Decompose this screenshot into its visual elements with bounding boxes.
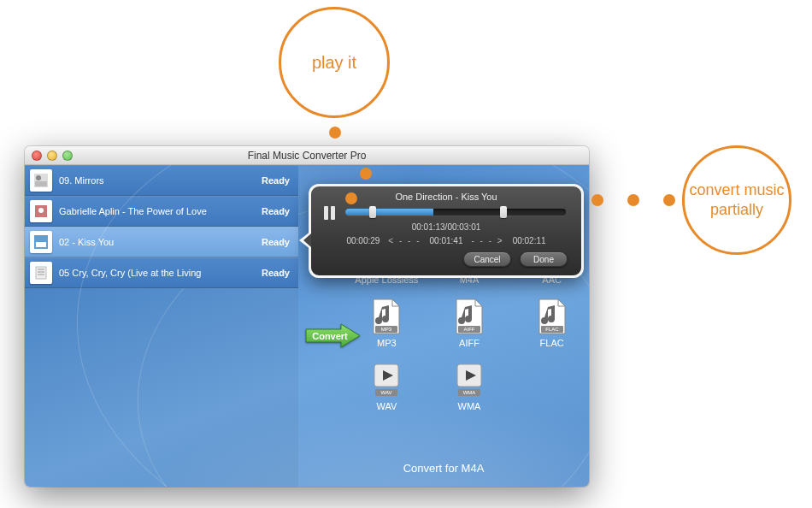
annotation-dot: [591, 194, 603, 206]
file-play-icon: WAV: [370, 362, 403, 398]
arrows-right: - - - >: [471, 236, 503, 245]
format-wav[interactable]: WAV WAV: [345, 362, 428, 411]
svg-rect-3: [35, 181, 47, 186]
format-empty: [510, 362, 589, 411]
svg-text:FLAC: FLAC: [545, 327, 559, 332]
format-label: WAV: [376, 401, 397, 411]
format-flac[interactable]: FLAC FLAC: [510, 298, 589, 348]
done-label: Done: [533, 255, 554, 264]
annotation-partial: convert music partially: [682, 145, 791, 255]
popover-buttons: Cancel Done: [463, 251, 568, 267]
track-thumb: [30, 169, 52, 192]
cancel-button[interactable]: Cancel: [463, 251, 511, 267]
track-title: Gabrielle Aplin - The Power of Love: [59, 206, 262, 216]
svg-point-6: [38, 208, 44, 213]
annotation-dot: [329, 127, 341, 139]
progress-fill: [345, 209, 433, 216]
app-window: Final Music Converter Pro 09. Mirrors Re…: [25, 146, 589, 487]
window-body: 09. Mirrors Ready Gabrielle Aplin - The …: [25, 165, 589, 487]
track-row[interactable]: 05 Cry, Cry, Cry (Live at the Living Rea…: [25, 257, 298, 288]
svg-text:MP3: MP3: [381, 327, 392, 332]
svg-text:WMA: WMA: [463, 390, 476, 395]
annotation-dot: [345, 192, 357, 204]
file-audio-icon: AIFF: [453, 298, 485, 334]
range-start-time: 00:00:29: [346, 236, 380, 245]
convert-label: Convert: [312, 331, 348, 341]
track-title: 09. Mirrors: [59, 175, 262, 186]
format-mp3[interactable]: MP3 MP3: [345, 298, 428, 348]
format-label: AIFF: [459, 338, 480, 348]
track-title: 02 - Kiss You: [59, 237, 262, 247]
done-button[interactable]: Done: [520, 251, 568, 267]
svg-rect-11: [36, 267, 46, 279]
pause-icon: [331, 206, 335, 220]
format-wma[interactable]: WMA WMA: [428, 362, 511, 411]
track-status: Ready: [262, 237, 290, 247]
elapsed-total: 00:01:13/00:03:01: [311, 222, 581, 232]
track-thumb: [30, 231, 52, 253]
cancel-label: Cancel: [474, 255, 500, 264]
file-play-icon: WMA: [453, 362, 485, 398]
titlebar[interactable]: Final Music Converter Pro: [25, 146, 589, 165]
track-status: Ready: [262, 268, 290, 278]
format-label: MP3: [377, 338, 397, 348]
range-end-time: 00:02:11: [513, 236, 546, 245]
annotation-play: play it: [279, 7, 390, 118]
format-aiff[interactable]: AIFF AIFF: [428, 298, 511, 348]
annotation-dot: [663, 194, 675, 206]
progress-track[interactable]: [345, 209, 566, 216]
range-start-handle[interactable]: [369, 206, 376, 218]
annotation-partial-text: convert music partially: [685, 180, 789, 221]
annotation-dot: [627, 194, 639, 206]
annotation-play-text: play it: [312, 51, 356, 74]
track-status: Ready: [262, 206, 290, 216]
window-title: Final Music Converter Pro: [25, 150, 589, 162]
file-audio-icon: FLAC: [536, 298, 568, 334]
file-audio-icon: MP3: [370, 298, 403, 334]
track-title: 05 Cry, Cry, Cry (Live at the Living: [59, 268, 262, 278]
range-times: 00:00:29 < - - - 00:01:41 - - - > 00:02:…: [311, 236, 581, 245]
arrows-left: < - - -: [388, 236, 421, 245]
track-thumb: [30, 262, 52, 284]
svg-text:WAV: WAV: [381, 390, 392, 395]
annotation-dot: [360, 168, 372, 180]
svg-text:AIFF: AIFF: [463, 327, 474, 332]
format-label: WMA: [458, 401, 481, 411]
track-thumb: [30, 200, 52, 222]
svg-point-2: [36, 175, 41, 180]
track-row[interactable]: 09. Mirrors Ready: [25, 165, 298, 196]
range-end-handle[interactable]: [500, 206, 507, 218]
track-list: 09. Mirrors Ready Gabrielle Aplin - The …: [25, 165, 298, 487]
track-row[interactable]: Gabrielle Aplin - The Power of Love Read…: [25, 196, 298, 227]
format-label: FLAC: [540, 338, 564, 348]
pause-icon: [324, 206, 328, 220]
svg-rect-9: [36, 242, 46, 247]
track-row-selected[interactable]: 02 - Kiss You Ready: [25, 227, 298, 257]
footer-text: Convert for M4A: [298, 462, 589, 475]
range-mid-time: 00:01:41: [430, 236, 463, 245]
pause-button[interactable]: [321, 205, 337, 221]
format-grid: Apple Lossless M4A AAC MP3: [345, 275, 589, 411]
track-status: Ready: [262, 175, 290, 186]
